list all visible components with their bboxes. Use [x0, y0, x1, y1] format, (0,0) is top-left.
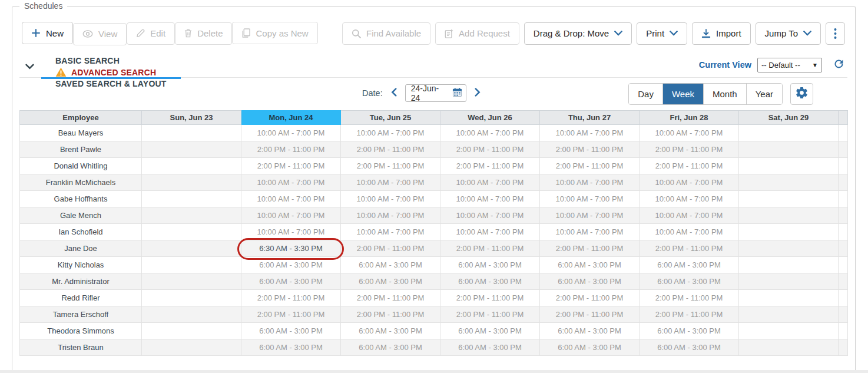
employee-name-cell[interactable]: Gale Mench — [20, 207, 142, 224]
schedule-cell[interactable]: 2:00 PM - 11:00 PM — [440, 240, 540, 257]
settings-button[interactable] — [790, 83, 813, 105]
schedule-cell[interactable]: 10:00 AM - 7:00 PM — [440, 207, 540, 224]
schedule-cell[interactable]: 6:00 AM - 3:00 PM — [241, 273, 341, 290]
copy-as-new-button[interactable]: Copy as New — [232, 22, 317, 44]
schedule-cell[interactable] — [142, 323, 241, 339]
schedule-cell[interactable]: 2:00 PM - 11:00 PM — [540, 240, 640, 257]
schedule-cell[interactable]: 6:00 AM - 3:00 PM — [440, 257, 540, 273]
schedule-cell[interactable]: 2:00 PM - 11:00 PM — [241, 306, 341, 323]
schedule-cell[interactable]: 6:00 AM - 3:00 PM — [241, 323, 341, 339]
schedule-cell[interactable]: 2:00 PM - 11:00 PM — [640, 306, 739, 323]
schedule-cell[interactable]: 2:00 PM - 11:00 PM — [640, 240, 739, 257]
schedule-cell[interactable]: 2:00 PM - 11:00 PM — [640, 158, 739, 174]
delete-button[interactable]: Delete — [175, 22, 232, 45]
next-date-button[interactable] — [475, 88, 481, 99]
schedule-cell[interactable]: 6:00 AM - 3:00 PM — [341, 339, 440, 356]
schedule-cell[interactable]: 2:00 PM - 11:00 PM — [241, 158, 341, 174]
schedule-cell[interactable] — [142, 273, 241, 290]
schedule-cell[interactable]: 6:00 AM - 3:00 PM — [640, 339, 739, 356]
schedule-cell[interactable] — [739, 323, 839, 339]
schedule-cell[interactable]: 6:00 AM - 3:00 PM — [440, 323, 540, 339]
schedule-cell[interactable] — [142, 191, 241, 207]
schedule-cell[interactable] — [142, 290, 241, 306]
employee-name-cell[interactable]: Beau Mayers — [20, 125, 142, 141]
schedule-cell[interactable] — [739, 224, 839, 240]
schedule-cell[interactable]: 2:00 PM - 11:00 PM — [540, 306, 640, 323]
schedule-cell[interactable] — [142, 141, 241, 158]
schedule-cell[interactable]: 2:00 PM - 11:00 PM — [540, 158, 640, 174]
employee-name-cell[interactable]: Ian Schofield — [20, 224, 142, 240]
previous-date-button[interactable] — [391, 88, 397, 99]
schedule-cell[interactable]: 10:00 AM - 7:00 PM — [341, 174, 440, 191]
schedule-cell[interactable] — [739, 141, 839, 158]
employee-name-cell[interactable]: Redd Rifler — [20, 290, 142, 306]
schedule-cell[interactable]: 2:00 PM - 11:00 PM — [341, 306, 440, 323]
schedule-cell[interactable] — [142, 339, 241, 356]
schedule-cell[interactable] — [739, 191, 839, 207]
drag-drop-move-button[interactable]: Drag & Drop: Move — [524, 22, 632, 45]
view-button[interactable]: View — [73, 23, 127, 45]
schedule-cell[interactable]: 6:00 AM - 3:00 PM — [640, 257, 739, 273]
schedule-cell[interactable] — [739, 306, 839, 323]
view-week-button[interactable]: Week — [663, 84, 704, 104]
view-month-button[interactable]: Month — [704, 84, 747, 104]
schedule-cell[interactable] — [142, 224, 241, 240]
schedule-cell[interactable]: 10:00 AM - 7:00 PM — [241, 191, 341, 207]
schedule-cell[interactable] — [142, 158, 241, 174]
schedule-cell[interactable]: 10:00 AM - 7:00 PM — [241, 224, 341, 240]
schedule-cell[interactable]: 10:00 AM - 7:00 PM — [540, 125, 640, 141]
schedule-cell[interactable] — [142, 240, 241, 257]
selected-day-header[interactable]: Mon, Jun 24 — [241, 111, 341, 125]
new-button[interactable]: New — [22, 22, 73, 44]
schedule-cell[interactable]: 10:00 AM - 7:00 PM — [241, 125, 341, 141]
tab-advanced-search[interactable]: ADVANCED SEARCH — [41, 67, 181, 79]
schedule-cell[interactable]: 6:00 AM - 3:00 PM — [440, 273, 540, 290]
schedule-cell[interactable]: 2:00 PM - 11:00 PM — [440, 306, 540, 323]
schedule-cell[interactable]: 6:00 AM - 3:00 PM — [241, 257, 341, 273]
schedule-cell[interactable]: 6:00 AM - 3:00 PM — [341, 323, 440, 339]
schedule-cell[interactable]: 6:00 AM - 3:00 PM — [540, 257, 640, 273]
jump-to-button[interactable]: Jump To — [756, 22, 821, 45]
current-view-select[interactable]: -- Default -- ▼ — [757, 58, 822, 72]
employee-name-cell[interactable]: Donald Whitling — [20, 158, 142, 174]
schedule-cell[interactable]: 2:00 PM - 11:00 PM — [241, 290, 341, 306]
schedule-cell[interactable]: 10:00 AM - 7:00 PM — [341, 224, 440, 240]
schedule-cell[interactable]: 10:00 AM - 7:00 PM — [440, 224, 540, 240]
schedule-cell[interactable]: 10:00 AM - 7:00 PM — [540, 174, 640, 191]
print-button[interactable]: Print — [637, 22, 687, 45]
import-button[interactable]: Import — [692, 22, 751, 45]
schedule-cell[interactable]: 6:00 AM - 3:00 PM — [540, 273, 640, 290]
employee-name-cell[interactable]: Jane Doe — [20, 240, 142, 257]
schedule-cell[interactable]: 2:00 PM - 11:00 PM — [341, 240, 440, 257]
schedule-cell[interactable]: 6:00 AM - 3:00 PM — [640, 273, 739, 290]
schedule-cell[interactable]: 2:00 PM - 11:00 PM — [540, 141, 640, 158]
column-header[interactable]: Thu, Jun 27 — [540, 111, 640, 125]
schedule-cell[interactable]: 10:00 AM - 7:00 PM — [241, 174, 341, 191]
schedule-cell[interactable] — [739, 207, 839, 224]
schedule-cell[interactable]: 2:00 PM - 11:00 PM — [640, 290, 739, 306]
schedule-cell[interactable]: 6:00 AM - 3:00 PM — [640, 323, 739, 339]
schedule-cell[interactable]: 10:00 AM - 7:00 PM — [640, 125, 739, 141]
column-header[interactable]: Employee — [20, 111, 142, 125]
add-request-button[interactable]: Add Request — [435, 22, 519, 45]
employee-name-cell[interactable]: Mr. Administrator — [20, 273, 142, 290]
column-header[interactable]: Sat, Jun 29 — [739, 111, 839, 125]
schedule-cell[interactable]: 6:30 AM - 3:30 PM — [241, 240, 341, 257]
schedule-cell[interactable]: 10:00 AM - 7:00 PM — [640, 174, 739, 191]
schedule-cell[interactable]: 2:00 PM - 11:00 PM — [241, 141, 341, 158]
schedule-cell[interactable]: 6:00 AM - 3:00 PM — [341, 273, 440, 290]
employee-name-cell[interactable]: Brent Pawle — [20, 141, 142, 158]
schedule-cell[interactable]: 10:00 AM - 7:00 PM — [440, 191, 540, 207]
more-options-button[interactable] — [826, 22, 845, 45]
refresh-button[interactable] — [833, 58, 845, 72]
schedule-cell[interactable] — [739, 240, 839, 257]
schedule-cell[interactable]: 10:00 AM - 7:00 PM — [540, 207, 640, 224]
column-header[interactable]: Fri, Jun 28 — [640, 111, 739, 125]
schedule-cell[interactable] — [739, 158, 839, 174]
schedule-cell[interactable]: 10:00 AM - 7:00 PM — [241, 207, 341, 224]
employee-name-cell[interactable]: Tristen Braun — [20, 339, 142, 356]
find-available-button[interactable]: Find Available — [342, 22, 430, 45]
column-header[interactable]: Sun, Jun 23 — [142, 111, 241, 125]
view-year-button[interactable]: Year — [747, 84, 782, 104]
schedule-cell[interactable] — [739, 257, 839, 273]
